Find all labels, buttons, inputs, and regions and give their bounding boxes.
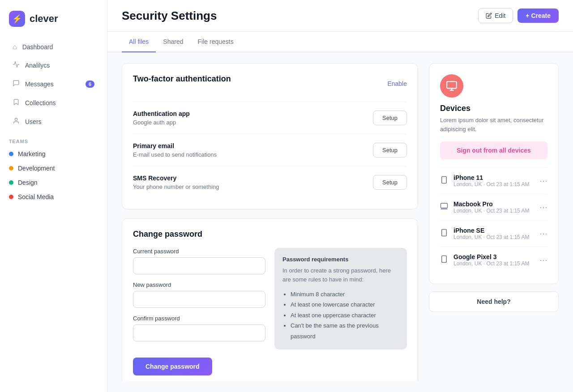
auth-app-desc: Google auth app — [133, 119, 190, 126]
setup-sms-button[interactable]: Setup — [373, 175, 407, 190]
tab-file-requests[interactable]: File requests — [191, 32, 241, 52]
iphone11-info: iPhone 11 London, UK · Oct 23 at 1:15 AM — [453, 174, 534, 187]
device-pixel3: Google Pixel 3 London, UK · Oct 23 at 1:… — [440, 247, 547, 273]
iphonese-name: iPhone SE — [453, 227, 534, 234]
new-password-group: New password — [133, 281, 265, 308]
confirm-password-input[interactable] — [133, 324, 265, 341]
iphonese-info: iPhone SE London, UK · Oct 23 at 1:15 AM — [453, 227, 534, 240]
logo-icon: ⚡ — [9, 11, 25, 27]
pixel3-icon — [440, 255, 448, 265]
design-dot — [9, 180, 13, 185]
team-design[interactable]: Design — [0, 175, 107, 190]
tab-all-files[interactable]: All files — [122, 32, 156, 52]
left-panel: Two-factor authentication Enable Authent… — [122, 63, 418, 381]
iphonese-meta: London, UK · Oct 23 at 1:15 AM — [453, 234, 534, 240]
new-password-input[interactable] — [133, 291, 265, 308]
auth-app-label: Authentication app — [133, 110, 190, 117]
content-area: Two-factor authentication Enable Authent… — [107, 52, 573, 392]
auth-email-label: Primary email — [133, 142, 217, 149]
tab-bar: All files Shared File requests — [107, 32, 573, 52]
password-section: Current password New password Confirm pa… — [133, 248, 407, 375]
two-fa-card: Two-factor authentication Enable Authent… — [122, 63, 418, 209]
collections-icon — [13, 98, 20, 107]
pw-req-list: Minimum 8 character At least one lowerca… — [282, 289, 399, 341]
header-actions: Edit + Create — [478, 8, 559, 23]
pw-rule-2: At least one lowercase character — [291, 299, 399, 310]
devices-card: Devices Lorem ipsum dolor sit amet, cons… — [429, 63, 559, 284]
confirm-password-label: Confirm password — [133, 315, 265, 322]
iphonese-more[interactable]: ⋯ — [539, 229, 547, 239]
sidebar-item-users[interactable]: Users — [4, 113, 103, 131]
iphone11-more[interactable]: ⋯ — [539, 176, 547, 186]
new-password-label: New password — [133, 281, 265, 288]
current-password-group: Current password — [133, 248, 265, 274]
iphone11-meta: London, UK · Oct 23 at 1:15 AM — [453, 181, 534, 187]
sidebar-item-analytics[interactable]: Analilycs — [4, 56, 103, 74]
user-icon — [13, 117, 20, 126]
development-dot — [9, 166, 13, 170]
iphone11-name: iPhone 11 — [453, 174, 534, 181]
team-social-media[interactable]: Social Media — [0, 190, 107, 204]
auth-email-desc: E-mail used to send notifications — [133, 151, 217, 158]
pixel3-name: Google Pixel 3 — [453, 253, 534, 260]
change-password-button[interactable]: Change password — [133, 358, 212, 375]
sign-out-all-button[interactable]: Sign out from all devices — [440, 141, 547, 159]
page-header: Security Settings Edit + Create — [107, 0, 573, 32]
enable-link[interactable]: Enable — [387, 80, 407, 87]
auth-email-info: Primary email E-mail used to send notifi… — [133, 142, 217, 158]
iphonese-icon — [440, 229, 448, 239]
device-iphone11: iPhone 11 London, UK · Oct 23 at 1:15 AM… — [440, 167, 547, 194]
device-iphonese: iPhone SE London, UK · Oct 23 at 1:15 AM… — [440, 220, 547, 247]
change-password-card: Change password Current password New pas… — [122, 218, 418, 381]
change-password-title: Change password — [133, 230, 407, 239]
sidebar-item-collections[interactable]: Collections — [4, 94, 103, 112]
marketing-dot — [9, 152, 13, 156]
svg-point-0 — [15, 118, 17, 120]
setup-auth-app-button[interactable]: Setup — [373, 111, 407, 125]
password-requirements: Password requirements In order to create… — [274, 248, 407, 349]
home-icon: ⌂ — [13, 43, 17, 51]
edit-button[interactable]: Edit — [478, 8, 513, 23]
auth-sms-info: SMS Recovery Your phone number or someth… — [133, 175, 219, 190]
nav-section: ⌂ Dashboard Analilycs Messages 6 Collect… — [0, 36, 107, 133]
confirm-password-group: Confirm password — [133, 315, 265, 341]
macbook-icon — [440, 202, 448, 213]
auth-row-app: Authentication app Google auth app Setup — [133, 102, 407, 134]
macbook-info: Macbook Pro London, UK · Oct 23 at 1:15 … — [453, 200, 534, 214]
current-password-input[interactable] — [133, 257, 265, 274]
auth-row-sms: SMS Recovery Your phone number or someth… — [133, 166, 407, 198]
pixel3-meta: London, UK · Oct 23 at 1:15 AM — [453, 260, 534, 267]
message-icon — [13, 80, 20, 89]
devices-icon-circle — [440, 74, 463, 98]
macbook-more[interactable]: ⋯ — [539, 202, 547, 212]
two-fa-header: Two-factor authentication Enable — [133, 74, 407, 93]
auth-sms-desc: Your phone number or something — [133, 183, 219, 190]
pw-rule-3: At least one uppercase character — [291, 310, 399, 320]
macbook-name: Macbook Pro — [453, 200, 534, 208]
create-button[interactable]: + Create — [517, 9, 559, 23]
pixel3-info: Google Pixel 3 London, UK · Oct 23 at 1:… — [453, 253, 534, 267]
chart-icon — [13, 61, 20, 70]
sidebar-item-dashboard[interactable]: ⌂ Dashboard — [4, 38, 103, 55]
svg-rect-1 — [447, 81, 457, 88]
teams-label: TEAMS — [0, 133, 107, 147]
team-development[interactable]: Development — [0, 161, 107, 175]
password-form: Current password New password Confirm pa… — [133, 248, 265, 375]
current-password-label: Current password — [133, 248, 265, 255]
sidebar-item-messages[interactable]: Messages 6 — [4, 75, 103, 93]
two-fa-title: Two-factor authentication — [133, 74, 231, 84]
team-marketing[interactable]: Marketing — [0, 147, 107, 161]
sidebar: ⚡ clever ⌂ Dashboard Analilycs Messages … — [0, 0, 107, 392]
pw-req-title: Password requirements — [282, 256, 399, 263]
social-media-dot — [9, 195, 13, 199]
right-panel: Devices Lorem ipsum dolor sit amet, cons… — [429, 63, 559, 381]
devices-title: Devices — [440, 104, 547, 113]
need-help-button[interactable]: Need help? — [429, 291, 559, 312]
teams-list: Marketing Development Design Social Medi… — [0, 147, 107, 204]
setup-email-button[interactable]: Setup — [373, 143, 407, 158]
pw-rule-1: Minimum 8 character — [291, 289, 399, 299]
tab-shared[interactable]: Shared — [156, 32, 190, 52]
messages-badge: 6 — [86, 81, 94, 88]
logo-area: ⚡ clever — [0, 7, 107, 36]
pixel3-more[interactable]: ⋯ — [539, 255, 547, 265]
